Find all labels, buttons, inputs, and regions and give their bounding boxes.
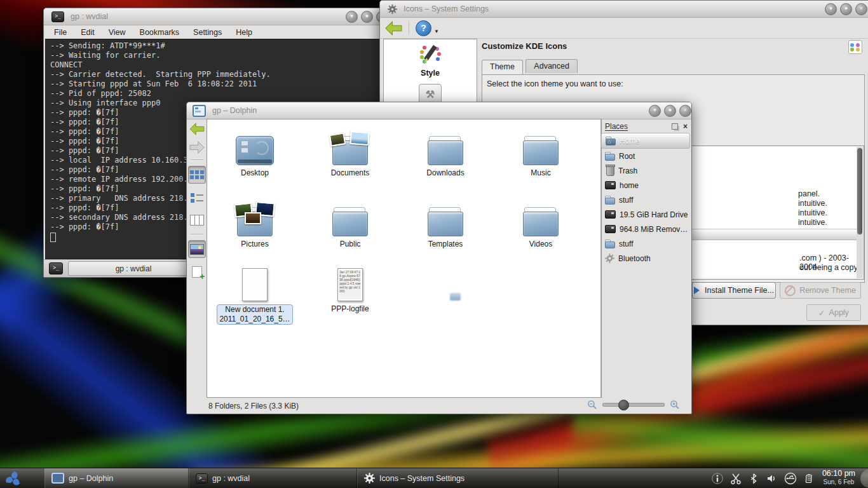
minimize-button[interactable]: ▾ — [346, 11, 358, 23]
icons-view-button[interactable] — [188, 166, 206, 184]
dolphin-toolbar — [187, 119, 207, 398]
selected-file-label: New document 1. 2011_01_20_16_5… — [217, 304, 292, 325]
klipper-scissors-icon[interactable] — [729, 472, 742, 485]
clock[interactable]: 06:10 pm Sun, 6 Feb — [818, 468, 860, 488]
new-tab-button[interactable]: >_ — [49, 262, 63, 274]
panel-toolbox-cashew[interactable] — [860, 469, 868, 488]
minimize-button[interactable]: ▾ — [649, 105, 661, 117]
preview-button[interactable] — [188, 240, 206, 258]
scrollbar-thumb[interactable] — [857, 148, 862, 234]
clock-date: Sun, 6 Feb — [822, 478, 855, 486]
icon-size-button[interactable] — [848, 40, 862, 54]
close-button[interactable]: × — [855, 3, 867, 15]
trash-icon — [606, 166, 614, 176]
split-view-button[interactable] — [189, 264, 205, 280]
place-home-partition[interactable]: home — [601, 178, 690, 193]
hard-drive-icon — [605, 181, 616, 189]
dolphin-titlebar[interactable]: gp – Dolphin ▾ ● × — [187, 102, 691, 119]
task-konsole[interactable]: >_ gp : wvdial — [189, 468, 357, 488]
sidebar-item-style[interactable]: Style ⚒ — [384, 39, 477, 104]
usb-device-icon[interactable] — [783, 472, 797, 485]
folder-icon — [605, 196, 615, 204]
details-view-button[interactable] — [189, 189, 205, 206]
place-trash[interactable]: Trash — [601, 163, 690, 178]
separator — [191, 159, 203, 160]
file-ppp-logfile[interactable]: Jan 17 09:47:18 gp-Aspire-5738 pppd[1946… — [306, 264, 395, 313]
places-title: Places — [605, 122, 628, 131]
zoom-slider-thumb[interactable] — [618, 400, 629, 410]
install-arrow-icon — [694, 287, 703, 294]
tab-theme[interactable]: Theme — [482, 60, 523, 74]
folder-icon — [332, 207, 368, 236]
file-new-document[interactable]: New document 1. 2011_01_20_16_5… — [210, 264, 299, 325]
maximize-button[interactable]: ● — [840, 3, 852, 15]
tab-advanced[interactable]: Advanced — [526, 59, 578, 73]
menu-view[interactable]: View — [109, 28, 126, 37]
place-stuff-2[interactable]: stuff — [601, 236, 690, 251]
launcher-button[interactable] — [0, 468, 27, 488]
file-music[interactable]: Music — [496, 128, 585, 177]
apply-button[interactable]: ✓ Apply — [806, 304, 861, 321]
home-folder-icon: ⌂ — [606, 137, 616, 145]
konsole-titlebar[interactable]: >_ gp : wvdial ▾ ● × — [44, 8, 395, 25]
maximize-button[interactable]: ● — [361, 11, 373, 23]
install-theme-button[interactable]: Install Theme File... — [692, 282, 776, 299]
volume-icon[interactable] — [765, 472, 778, 485]
back-button[interactable] — [189, 123, 205, 135]
place-root[interactable]: Root — [601, 149, 690, 163]
help-button[interactable]: ? — [416, 20, 431, 36]
system-settings-titlebar[interactable]: Icons – System Settings ▾ ● × — [380, 1, 868, 18]
konsole-tab[interactable]: gp : wvdial — [68, 261, 199, 276]
terminal-cursor — [50, 233, 56, 242]
forward-button[interactable] — [189, 141, 205, 154]
terminal-icon: >_ — [196, 473, 208, 484]
hard-drive-icon — [605, 210, 616, 219]
file-pictures[interactable]: Pictures — [210, 200, 299, 248]
file-videos[interactable]: Videos — [496, 200, 585, 248]
chevron-down-icon[interactable]: ▼ — [434, 29, 439, 34]
battery-icon[interactable] — [803, 472, 815, 485]
place-stuff[interactable]: stuff — [601, 193, 690, 207]
dolphin-file-view[interactable]: Desktop Documents Downloads Music — [207, 119, 602, 398]
menu-file[interactable]: File — [54, 28, 67, 37]
menu-settings[interactable]: Settings — [193, 28, 222, 37]
place-home[interactable]: ⌂ Home — [601, 133, 690, 149]
places-panel: Places × ⌂ Home Root Trash home stuff 19… — [600, 119, 690, 398]
menu-bookmarks[interactable]: Bookmarks — [140, 28, 180, 37]
settings-page-title: Customize KDE Icons — [482, 40, 567, 51]
file-templates[interactable]: Templates — [401, 200, 490, 248]
back-button[interactable] — [385, 21, 402, 36]
file-public[interactable]: Public — [306, 200, 395, 248]
zoom-out-icon[interactable] — [587, 400, 597, 410]
close-button[interactable]: × — [679, 105, 691, 117]
konsole-title: gp : wvdial — [71, 12, 108, 21]
task-dolphin[interactable]: gp – Dolphin — [44, 468, 189, 488]
float-panel-icon[interactable] — [672, 123, 678, 130]
sidebar-style-label: Style — [384, 69, 477, 78]
dolphin-title: gp – Dolphin — [212, 106, 257, 115]
place-bluetooth[interactable]: Bluetooth — [601, 251, 690, 266]
zoom-in-icon[interactable] — [670, 400, 680, 410]
dolphin-app-icon — [193, 105, 206, 117]
file-documents[interactable]: Documents — [306, 128, 395, 177]
zoom-slider[interactable] — [602, 403, 665, 407]
clock-time: 06:10 pm — [822, 470, 855, 478]
menu-edit[interactable]: Edit — [81, 28, 95, 37]
maximize-button[interactable]: ● — [664, 105, 676, 117]
place-removable[interactable]: 964.8 MiB Remov… — [601, 222, 690, 236]
info-icon[interactable] — [711, 472, 724, 485]
file-downloads[interactable]: Downloads — [401, 128, 490, 177]
minimize-button[interactable]: ▾ — [825, 3, 837, 15]
gear-icon — [364, 473, 375, 484]
documents-folder-icon — [332, 136, 368, 165]
close-panel-icon[interactable]: × — [683, 122, 688, 131]
trisquel-logo-icon — [4, 470, 23, 487]
task-system-settings[interactable]: Icons – System Settings — [357, 468, 559, 488]
list-scrollbar[interactable] — [857, 147, 863, 278]
bluetooth-icon[interactable] — [748, 472, 759, 485]
columns-view-button[interactable] — [189, 212, 205, 228]
file-desktop[interactable]: Desktop — [210, 128, 299, 177]
remove-theme-button[interactable]: Remove Theme — [780, 282, 861, 299]
place-hard-drive[interactable]: 19.5 GiB Hard Drive — [601, 207, 690, 222]
menu-help[interactable]: Help — [236, 28, 252, 37]
